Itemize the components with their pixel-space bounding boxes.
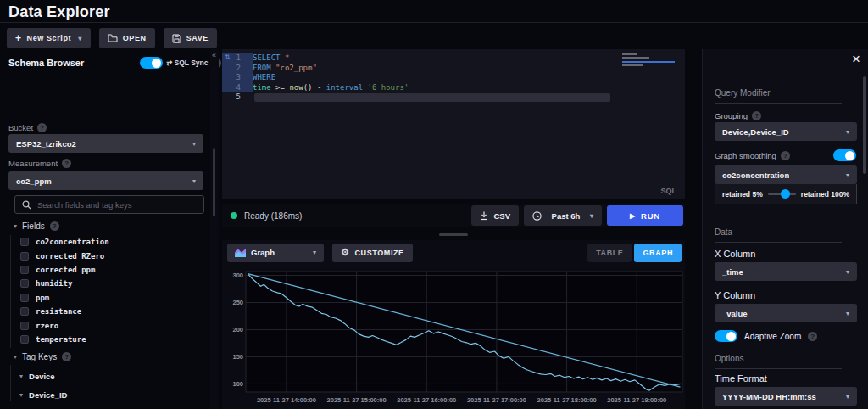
- field-checkbox[interactable]: [20, 252, 29, 261]
- field-row[interactable]: rzero: [0, 318, 210, 332]
- run-query-button[interactable]: ▶ RUN: [607, 205, 683, 226]
- y-column-dropdown[interactable]: _value ▾: [715, 304, 857, 322]
- tree-expanded-icon: ▾: [14, 222, 17, 230]
- fields-tree-header[interactable]: ▾ Fields ?: [14, 221, 59, 231]
- info-icon[interactable]: ?: [37, 123, 47, 132]
- field-row[interactable]: corrected RZero: [0, 249, 210, 262]
- field-row[interactable]: resistance: [0, 305, 210, 318]
- graph-smoothing-toggle[interactable]: [833, 149, 856, 161]
- visualization-panel: Graph ▾ ⚙ CUSTOMIZE TABLE GRAPH 10015020…: [222, 240, 685, 409]
- tag-key-row[interactable]: ▾Device_ID: [0, 385, 210, 404]
- field-checkbox[interactable]: [20, 279, 29, 288]
- field-checkbox[interactable]: [20, 238, 29, 246]
- tree-expand-icon[interactable]: ▾: [19, 373, 23, 380]
- code-text: FROM "co2_ppm": [248, 64, 317, 74]
- field-label: rzero: [36, 322, 58, 330]
- schema-browser-title: Schema Browser: [8, 58, 84, 68]
- visualization-options-panel: × Query Modifier Grouping ? Device,Devic…: [702, 49, 868, 409]
- csv-download-button[interactable]: CSV: [471, 205, 519, 226]
- chevron-down-icon: ▾: [846, 310, 849, 317]
- field-row[interactable]: corrected ppm: [0, 263, 210, 277]
- editor-language-badge: SQL: [660, 187, 676, 195]
- field-row[interactable]: ppm: [0, 291, 210, 305]
- field-row[interactable]: humidity: [0, 277, 210, 290]
- sql-sync-toggle[interactable]: [140, 57, 163, 69]
- adaptive-zoom-toggle[interactable]: [715, 330, 737, 342]
- tag-keys-list: ▾Device▾Device_ID: [0, 367, 210, 404]
- code-line[interactable]: 5: [222, 92, 685, 103]
- tag-key-row[interactable]: ▾Device: [0, 367, 210, 385]
- field-checkbox[interactable]: [20, 307, 29, 316]
- smoothing-field-dropdown[interactable]: co2concentration ▾: [715, 165, 857, 184]
- schema-browser-panel: Schema Browser ⇄ SQL Sync ? Bucket ? ESP…: [0, 49, 210, 409]
- view-type-dropdown[interactable]: Graph ▾: [227, 244, 324, 262]
- x-column-label: X Column: [715, 249, 755, 259]
- customize-label: CUSTOMIZE: [354, 249, 403, 257]
- slider-handle[interactable]: [781, 189, 790, 199]
- close-icon[interactable]: ×: [852, 52, 860, 67]
- adaptive-zoom-row: Adaptive Zoom ?: [715, 330, 817, 342]
- line-chart[interactable]: 1001502002503002025-11-27 14:00:002025-1…: [222, 265, 685, 409]
- run-label: RUN: [641, 211, 660, 221]
- x-column-dropdown[interactable]: _time ▾: [715, 262, 857, 281]
- field-checkbox[interactable]: [20, 322, 29, 330]
- chevron-down-icon: ▾: [78, 35, 82, 42]
- info-icon[interactable]: ?: [62, 159, 71, 168]
- editor-lines[interactable]: 1SELECT *2FROM "co2_ppm"3WHERE4time >= n…: [222, 53, 685, 103]
- info-icon[interactable]: ?: [781, 151, 790, 160]
- fields-list: co2concentrationcorrected RZerocorrected…: [0, 235, 210, 346]
- save-button[interactable]: SAVE: [164, 28, 217, 48]
- code-line[interactable]: 3WHERE: [222, 73, 685, 83]
- field-checkbox[interactable]: [20, 266, 29, 274]
- field-row[interactable]: temperature: [0, 333, 210, 346]
- time-range-dropdown[interactable]: Past 6h ▾: [524, 205, 602, 226]
- header-divider: [0, 22, 868, 23]
- open-button[interactable]: OPEN: [99, 28, 155, 48]
- left-panel-scrollbar[interactable]: [213, 148, 215, 216]
- code-line[interactable]: 4time >= now() - interval '6 hours': [222, 83, 685, 93]
- tag-keys-tree-header[interactable]: ▾ Tag Keys ?: [14, 352, 71, 361]
- info-icon[interactable]: ?: [752, 111, 761, 120]
- search-input[interactable]: [37, 200, 197, 210]
- tag-key-label: Device: [29, 372, 55, 381]
- graph-canvas[interactable]: 1001502002503002025-11-27 14:00:002025-1…: [222, 265, 685, 409]
- x-tick-label: 2025-11-27 18:00:00: [537, 396, 597, 404]
- retained-slider[interactable]: [768, 193, 796, 195]
- customize-button[interactable]: ⚙ CUSTOMIZE: [332, 244, 413, 262]
- measurement-label-row: Measurement ?: [8, 159, 71, 168]
- editor-minimap[interactable]: [620, 52, 678, 96]
- code-line[interactable]: 1SELECT *: [222, 53, 685, 64]
- grouping-dropdown[interactable]: Device,Device_ID ▾: [715, 122, 857, 141]
- code-line[interactable]: 2FROM "co2_ppm": [222, 64, 685, 74]
- field-row[interactable]: co2concentration: [0, 235, 210, 249]
- measurement-dropdown[interactable]: co2_ppm ▾: [8, 171, 203, 190]
- field-label: ppm: [36, 294, 49, 302]
- grouping-value: Device,Device_ID: [722, 127, 789, 137]
- options-panel-scrollbar[interactable]: [863, 76, 866, 174]
- tab-table[interactable]: TABLE: [587, 244, 632, 262]
- panel-divider[interactable]: [210, 49, 219, 409]
- info-icon[interactable]: ?: [808, 332, 817, 341]
- field-checkbox[interactable]: [20, 335, 29, 344]
- measurement-label: Measurement: [8, 159, 58, 168]
- time-format-dropdown[interactable]: YYYY-MM-DD HH:mm:ss ▾: [715, 387, 857, 406]
- smoothing-field-value: co2concentration: [722, 171, 789, 180]
- info-icon[interactable]: ?: [50, 221, 59, 231]
- tag-key-label: Device_ID: [29, 390, 67, 400]
- chevron-down-icon: ▾: [846, 128, 849, 136]
- sql-editor[interactable]: ⇅ 1SELECT *2FROM "co2_ppm"3WHERE4time >=…: [222, 49, 685, 199]
- info-icon[interactable]: ?: [62, 352, 71, 361]
- tree-expand-icon[interactable]: ▾: [19, 391, 23, 399]
- field-checkbox[interactable]: [20, 294, 29, 302]
- y-column-value: _value: [722, 309, 748, 318]
- bucket-dropdown[interactable]: ESP32_tzrikco2 ▾: [8, 134, 203, 153]
- plus-icon: +: [15, 32, 22, 44]
- resize-drag-handle[interactable]: [439, 233, 468, 236]
- time-range-value: Past 6h: [552, 211, 581, 221]
- collapse-panel-icon[interactable]: «: [212, 51, 216, 59]
- tab-graph[interactable]: GRAPH: [634, 244, 682, 262]
- view-type-value: Graph: [251, 248, 275, 257]
- new-script-button[interactable]: + New Script ▾: [7, 28, 91, 48]
- y-tick-label: 150: [232, 353, 243, 361]
- search-box[interactable]: [14, 195, 204, 214]
